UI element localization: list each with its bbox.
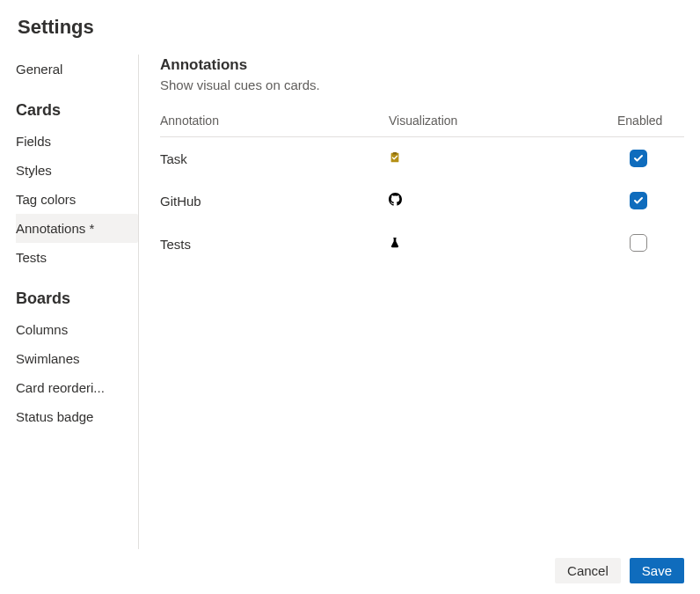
dialog-footer: Cancel Save — [16, 549, 684, 583]
annotation-name: Task — [160, 151, 389, 166]
table-row: GitHub — [160, 180, 684, 222]
sidebar-item-fields[interactable]: Fields — [16, 127, 138, 156]
sidebar: General Cards Fields Styles Tag colors A… — [16, 55, 139, 549]
annotation-name: GitHub — [160, 194, 389, 209]
page-title: Settings — [18, 16, 684, 39]
save-button[interactable]: Save — [630, 558, 684, 583]
col-header-visualization: Visualization — [389, 114, 617, 128]
cancel-button[interactable]: Cancel — [555, 558, 621, 583]
sidebar-item-annotations[interactable]: Annotations * — [16, 214, 138, 243]
enabled-checkbox[interactable] — [630, 150, 647, 167]
enabled-checkbox[interactable] — [630, 192, 647, 209]
clipboard-icon — [389, 151, 403, 165]
sidebar-heading-cards: Cards — [16, 101, 138, 120]
sidebar-item-tests[interactable]: Tests — [16, 243, 138, 272]
table-header: Annotation Visualization Enabled — [160, 108, 684, 137]
sidebar-item-tag-colors[interactable]: Tag colors — [16, 185, 138, 214]
section-subtitle: Show visual cues on cards. — [160, 77, 684, 92]
enabled-checkbox[interactable] — [630, 234, 647, 252]
table-row: Tests — [160, 222, 684, 267]
sidebar-item-general[interactable]: General — [16, 55, 138, 84]
sidebar-heading-boards: Boards — [16, 290, 138, 308]
col-header-enabled: Enabled — [617, 114, 679, 128]
beaker-icon — [389, 237, 403, 251]
section-title: Annotations — [160, 56, 684, 74]
sidebar-item-card-reordering[interactable]: Card reorderi... — [16, 373, 138, 402]
col-header-annotation: Annotation — [160, 114, 389, 128]
sidebar-item-status-badge[interactable]: Status badge — [16, 402, 138, 431]
sidebar-item-swimlanes[interactable]: Swimlanes — [16, 344, 138, 373]
sidebar-item-styles[interactable]: Styles — [16, 156, 138, 185]
annotation-name: Tests — [160, 237, 389, 252]
github-icon — [389, 193, 403, 207]
content-panel: Annotations Show visual cues on cards. A… — [139, 55, 684, 549]
table-row: Task — [160, 137, 684, 180]
sidebar-item-columns[interactable]: Columns — [16, 315, 138, 344]
svg-rect-1 — [393, 151, 397, 154]
